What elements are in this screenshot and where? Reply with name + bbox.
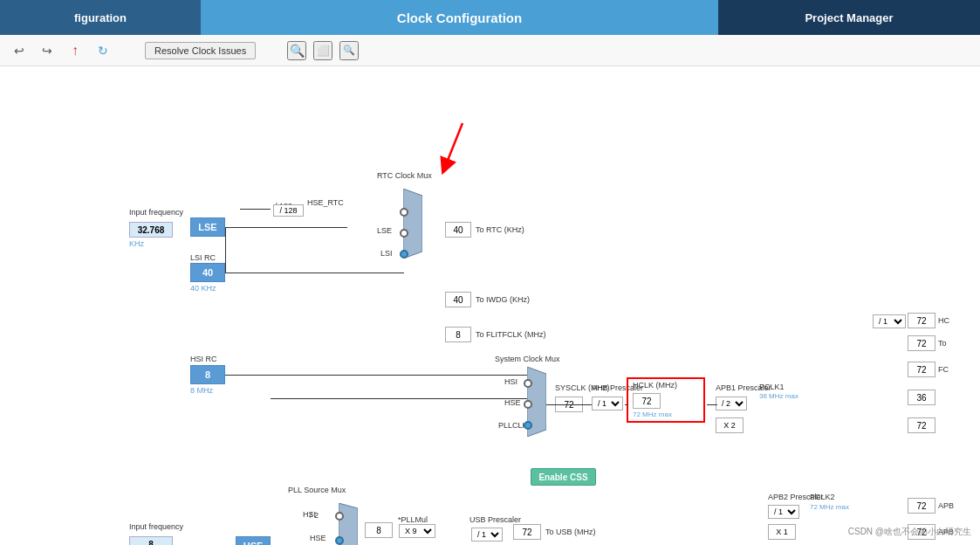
hsi-sys-label: HSI <box>504 377 517 386</box>
refresh-button[interactable]: ↻ <box>93 40 113 61</box>
lse-to-mux-line <box>225 227 347 228</box>
zoom-in-button[interactable]: 🔍 <box>287 41 306 60</box>
x2-block: X 2 <box>716 417 744 433</box>
svg-line-0 <box>445 123 463 167</box>
pclk2-value-block[interactable]: 72 <box>908 498 935 514</box>
toolbar: ↩ ↪ ↑ ↻ Resolve Clock Issues 🔍 ⬜ 🔍 <box>0 35 980 66</box>
apb1-prescaler-select[interactable]: / 2/ 1/ 4 <box>716 397 747 410</box>
lsi-mux-label: LSI <box>380 249 393 258</box>
hse-rtc-label: HSE_RTC <box>307 198 344 207</box>
to-label: To <box>938 339 947 348</box>
ahb-prescaler-select[interactable]: / 1/ 2/ 4/ 8 <box>592 397 623 410</box>
hclk-apb1-line <box>707 404 717 405</box>
lse-unit-label: KHz <box>129 239 144 248</box>
hclk-label: HCLK (MHz) <box>633 381 677 390</box>
lsi-rc-khz-label: 40 KHz <box>190 284 216 293</box>
lse-mux-label: LSE <box>377 226 392 235</box>
redo-button[interactable]: ↪ <box>37 40 58 61</box>
input-freq-label-bottom: Input frequency <box>129 522 183 531</box>
nav-center-label: Clock Configuration <box>397 10 522 25</box>
usb-out-block: 72 <box>513 524 541 540</box>
zoom-out-button[interactable]: 🔍 <box>339 41 359 60</box>
system-clock-mux-label: System Clock Mux <box>495 355 560 363</box>
rtc-mux-svg <box>403 189 422 259</box>
pll-source-mux-label: PLL Source Mux <box>288 486 346 494</box>
hclk-box: HCLK (MHz) 72 72 MHz max <box>627 377 705 423</box>
enable-css-button[interactable]: Enable CSS <box>531 468 596 486</box>
nav-right-label: Project Manager <box>805 11 893 24</box>
up-button[interactable]: ↑ <box>65 40 86 61</box>
mux-dot-lse[interactable] <box>400 229 408 238</box>
resolve-clock-issues-button[interactable]: Resolve Clock Issues <box>145 42 256 59</box>
lse-lsi-vline <box>225 227 226 272</box>
hclk-value-block[interactable]: 72 <box>633 393 661 409</box>
div128-block: / 128 <box>273 204 304 217</box>
iwdg-label: To IWDG (KHz) <box>476 295 530 304</box>
hse-sys-line <box>271 398 527 399</box>
pclk2-label: PCLK2 <box>810 493 835 501</box>
pll-hse-label: HSE <box>310 534 326 542</box>
pll-value-block: 8 <box>365 522 393 538</box>
sys-mux-dot-hse[interactable] <box>524 400 532 409</box>
lse-freq-input[interactable]: 32.768 <box>129 222 173 238</box>
hc-value-block: 72 <box>908 313 935 328</box>
mux-dot-lsi[interactable] <box>400 250 408 259</box>
sys-mux-dot-pllclk[interactable] <box>524 421 532 430</box>
iwdg-out-block: 40 <box>445 292 471 307</box>
fit-button[interactable]: ⬜ <box>313 41 332 60</box>
lsi-rc-block[interactable]: 40 <box>190 263 225 282</box>
fc-value-block: 72 <box>908 362 935 377</box>
sysclk-line <box>546 404 592 405</box>
pll-mux-dot-hse[interactable] <box>335 536 344 545</box>
hsi-rc-mhz-label: 8 MHz <box>190 386 213 395</box>
lsi-rc-label: LSI RC <box>190 253 216 262</box>
hse-block[interactable]: HSE <box>236 536 271 545</box>
ahb-hclk-line <box>625 404 628 405</box>
nav-right[interactable]: Project Manager <box>718 0 980 35</box>
nav-left[interactable]: figuration <box>0 0 201 35</box>
usb-prescaler-select[interactable]: / 1/ 1.5 <box>471 528 503 542</box>
hsi-rc-label: HSI RC <box>190 355 217 363</box>
div1-select-top[interactable]: / 1/ 2 <box>873 314 906 328</box>
pclk1-max-label: 36 MHz max <box>759 392 798 400</box>
to-value-block: 72 <box>908 335 935 351</box>
flitfclk-label: To FLITFCLK (MHz) <box>476 330 546 339</box>
input-freq-label-top: Input frequency <box>129 208 183 217</box>
pll-mul-select[interactable]: X 9X 2X 6X 8 <box>399 524 435 538</box>
nav-center[interactable]: Clock Configuration <box>201 0 718 35</box>
x2-value-block[interactable]: 72 <box>908 417 935 433</box>
hse-freq-input[interactable]: 8 <box>129 536 173 545</box>
flitfclk-out-block: 8 <box>445 327 471 342</box>
watermark: CSDN @啥也不会的小白研究生 <box>848 526 971 538</box>
apb-label-1: APB <box>938 501 954 510</box>
main-content: Input frequency 32.768 KHz LSE LSI RC 40… <box>0 66 980 545</box>
hsi-rc-block[interactable]: 8 <box>190 365 225 384</box>
line-hse-div128 <box>240 209 271 210</box>
hclk-max-label: 72 MHz max <box>633 410 672 418</box>
lse-block[interactable]: LSE <box>190 217 225 237</box>
rtc-out-block: 40 <box>445 222 471 238</box>
pll-mux-dot-hsi[interactable] <box>335 512 344 521</box>
undo-button[interactable]: ↩ <box>9 40 30 61</box>
fc-label: FC <box>938 365 949 374</box>
usb-label: To USB (MHz) <box>545 528 596 536</box>
mux-dot-hse[interactable] <box>400 208 408 217</box>
x1-block: X 1 <box>768 524 796 540</box>
usb-prescaler-label: USB Prescaler <box>469 515 521 524</box>
pclk1-label: PCLK1 <box>759 383 785 391</box>
hc-label: HC <box>938 316 949 325</box>
clock-diagram: Input frequency 32.768 KHz LSE LSI RC 40… <box>0 66 980 545</box>
top-navigation: figuration Clock Configuration Project M… <box>0 0 980 35</box>
svg-marker-1 <box>403 189 422 259</box>
sys-mux-dot-hsi[interactable] <box>524 379 532 388</box>
rtc-label: To RTC (KHz) <box>476 225 524 234</box>
apb2-prescaler-select[interactable]: / 1/ 2/ 4 <box>768 505 799 519</box>
lsi-to-mux-line <box>225 272 404 273</box>
pll-mul-label: *PLLMul <box>398 515 428 524</box>
pclk2-max-label: 72 MHz max <box>810 503 849 511</box>
rtc-clock-mux-label: RTC Clock Mux <box>377 171 432 180</box>
pll-hsi-text: HSI <box>303 510 316 519</box>
hse-sys-label: HSE <box>504 398 521 407</box>
nav-left-label: figuration <box>74 11 127 24</box>
pclk1-value-block[interactable]: 36 <box>908 390 935 405</box>
